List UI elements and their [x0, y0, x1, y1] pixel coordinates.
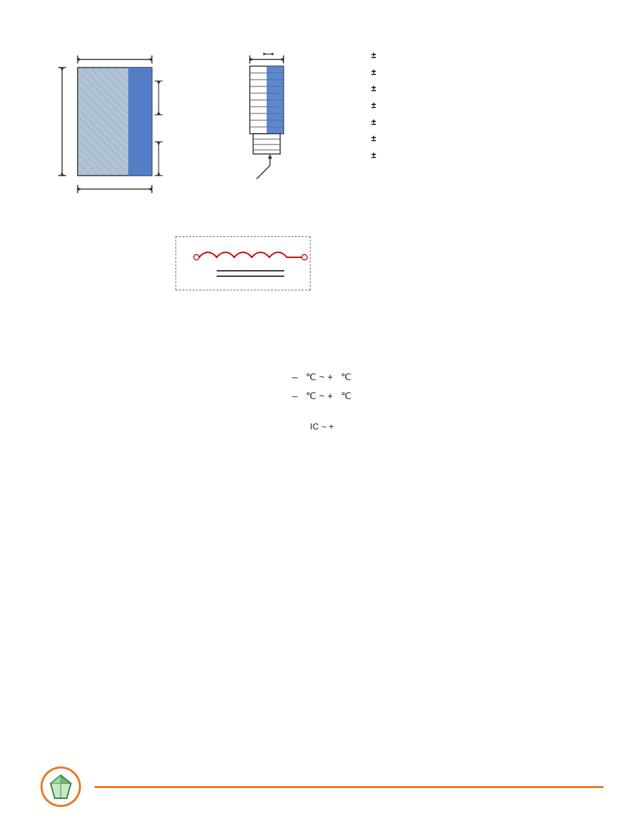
right-diagram-svg [230, 47, 338, 203]
svg-marker-54 [268, 154, 272, 159]
svg-marker-33 [250, 57, 253, 61]
svg-rect-48 [267, 66, 284, 134]
spec-line-7: ± [371, 147, 376, 164]
svg-point-56 [194, 255, 199, 260]
ic-label-row: IC ~ + [54, 421, 590, 432]
temp1-degree2: ℃ [341, 371, 352, 382]
svg-marker-9 [60, 172, 64, 176]
svg-marker-3 [78, 57, 81, 61]
temp1-plus: + [327, 371, 333, 382]
spec-line-4: ± [371, 97, 376, 114]
spec-line-2: ± [371, 64, 376, 81]
svg-point-57 [302, 255, 307, 260]
svg-marker-29 [149, 187, 152, 191]
spec-pm-5: ± [371, 117, 376, 127]
svg-marker-36 [263, 53, 267, 55]
temp2-minus: – [292, 390, 298, 401]
svg-rect-49 [253, 134, 280, 154]
footer [0, 766, 644, 807]
left-diagram-svg [54, 47, 189, 203]
logo-svg [47, 773, 75, 801]
company-logo [41, 766, 81, 807]
svg-marker-8 [60, 68, 64, 71]
svg-marker-23 [157, 142, 161, 145]
spec-line-6: ± [371, 130, 376, 147]
specs-column: ± ± ± ± ± ± ± [371, 47, 376, 164]
footer-line [95, 786, 603, 788]
svg-marker-4 [149, 57, 152, 61]
svg-marker-24 [157, 172, 161, 176]
temp2-plus: + [327, 390, 333, 401]
spec-line-1: ± [371, 47, 376, 64]
svg-line-55 [257, 165, 270, 179]
diagrams-section: ± ± ± ± ± ± ± [54, 47, 590, 203]
spec-pm-4: ± [371, 100, 376, 110]
circuit-section [176, 236, 590, 290]
temp1-degree1: ℃ [306, 371, 317, 382]
temp2-tilde: ~ [319, 390, 325, 401]
temp1-tilde: ~ [319, 371, 325, 382]
temp2-degree2: ℃ [341, 390, 352, 401]
temp1-minus: – [292, 371, 298, 382]
svg-marker-28 [78, 187, 81, 191]
svg-rect-14 [128, 68, 152, 176]
temp2-degree1: ℃ [306, 390, 317, 401]
svg-marker-34 [280, 57, 284, 61]
spec-pm-1: ± [371, 50, 376, 60]
right-component-diagram [230, 47, 338, 203]
svg-marker-18 [157, 81, 161, 84]
spec-line-3: ± [371, 80, 376, 97]
temp-row-2: – ℃ ~ + ℃ [54, 390, 590, 401]
circuit-symbol-svg [190, 244, 311, 284]
spec-pm-2: ± [371, 67, 376, 77]
circuit-symbol-box [176, 236, 311, 290]
svg-marker-37 [270, 53, 273, 55]
page: ± ± ± ± ± ± ± [0, 0, 644, 834]
svg-marker-19 [157, 111, 161, 115]
temp-row-1: – ℃ ~ + ℃ [54, 371, 590, 382]
left-component-diagram [54, 47, 189, 203]
spec-pm-7: ± [371, 150, 376, 160]
spec-pm-3: ± [371, 83, 376, 93]
spec-line-5: ± [371, 114, 376, 131]
spec-pm-6: ± [371, 133, 376, 143]
ic-label: IC ~ + [310, 421, 333, 432]
temperature-section: – ℃ ~ + ℃ – ℃ ~ + ℃ IC ~ + [54, 371, 590, 432]
